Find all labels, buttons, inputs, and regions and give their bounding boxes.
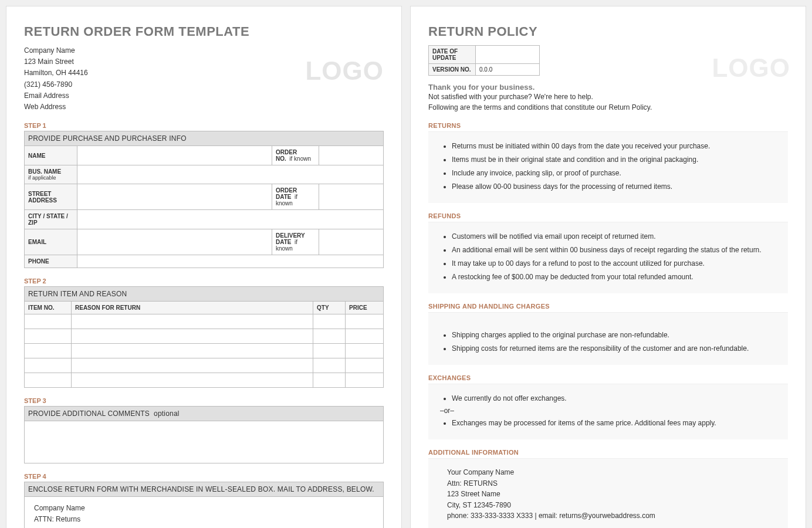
exchanges-or: –or– bbox=[440, 407, 779, 415]
cell-reason[interactable] bbox=[72, 314, 313, 329]
step1-label: STEP 1 bbox=[24, 122, 384, 129]
exchanges-item: We currently do not offer exchanges. bbox=[452, 393, 779, 404]
input-orderdate[interactable] bbox=[319, 184, 384, 210]
label-csz: CITY / STATE / ZIP bbox=[25, 210, 77, 229]
value-version[interactable]: 0.0.0 bbox=[476, 64, 540, 76]
exchanges-item: Exchanges may be processed for items of … bbox=[452, 418, 779, 428]
ship-address-box: Company Name ATTN: Returns 123 Main Stre… bbox=[24, 497, 384, 528]
return-order-form-page: RETURN ORDER FORM TEMPLATE Company Name … bbox=[6, 6, 402, 528]
cell-itemno[interactable] bbox=[25, 314, 72, 329]
col-qty: QTY bbox=[313, 302, 346, 314]
input-phone[interactable] bbox=[77, 255, 384, 268]
step2-table: RETURN ITEM AND REASON ITEM NO. REASON F… bbox=[24, 286, 384, 388]
item-row bbox=[25, 329, 384, 344]
returns-item: Items must be in their original state an… bbox=[452, 154, 779, 165]
add-line: City, ST 12345-7890 bbox=[447, 500, 779, 511]
step1-header: PROVIDE PURCHASE AND PURCHASER INFO bbox=[25, 131, 384, 146]
cell-reason[interactable] bbox=[72, 358, 313, 373]
shipping-item: Shipping charges applied to the original… bbox=[452, 330, 779, 340]
company-name: Company Name bbox=[24, 45, 384, 56]
cell-qty[interactable] bbox=[313, 329, 346, 344]
logo-placeholder: LOGO bbox=[305, 56, 384, 86]
refunds-item: Customers will be notified via email upo… bbox=[452, 231, 779, 242]
exchanges-title: EXCHANGES bbox=[428, 374, 788, 381]
cell-price[interactable] bbox=[346, 344, 384, 358]
cell-itemno[interactable] bbox=[25, 344, 72, 358]
additional-body: Your Company Name Attn: RETURNS 123 Stre… bbox=[428, 458, 788, 528]
refunds-item: A restocking fee of $00.00 may be deduct… bbox=[452, 272, 779, 282]
input-csz[interactable] bbox=[77, 210, 384, 229]
add-line: Your Company Name bbox=[447, 467, 779, 478]
comments-input[interactable] bbox=[24, 421, 384, 463]
returns-item: Returns must be initiated within 00 days… bbox=[452, 141, 779, 151]
label-delivery: DELIVERY DATE if known bbox=[272, 229, 319, 255]
policy-title: RETURN POLICY bbox=[428, 24, 788, 39]
company-web: Web Address bbox=[24, 101, 384, 113]
input-delivery[interactable] bbox=[319, 229, 384, 255]
value-date-update[interactable] bbox=[476, 46, 540, 64]
refunds-title: REFUNDS bbox=[428, 212, 788, 219]
input-name[interactable] bbox=[77, 146, 272, 165]
input-busname[interactable] bbox=[77, 165, 384, 184]
cell-qty[interactable] bbox=[313, 358, 346, 373]
label-version: VERSION NO. bbox=[429, 64, 476, 76]
returns-body: Returns must be initiated within 00 days… bbox=[428, 131, 788, 203]
company-email: Email Address bbox=[24, 90, 384, 101]
cell-itemno[interactable] bbox=[25, 373, 72, 388]
step4-label: STEP 4 bbox=[24, 473, 384, 480]
cell-price[interactable] bbox=[346, 373, 384, 388]
cell-reason[interactable] bbox=[72, 344, 313, 358]
refunds-item: It may take up to 00 days for a refund t… bbox=[452, 258, 779, 269]
thankyou-text: Thank you for your business. bbox=[428, 83, 788, 92]
cell-price[interactable] bbox=[346, 329, 384, 344]
policy-intro-2: Following are the terms and conditions t… bbox=[428, 102, 788, 113]
label-busname: BUS. NAMEif applicable bbox=[25, 165, 77, 184]
refunds-body: Customers will be notified via email upo… bbox=[428, 222, 788, 293]
shipping-title: SHIPPING AND HANDLING CHARGES bbox=[428, 303, 788, 310]
label-orderno: ORDER NO. if known bbox=[272, 146, 319, 165]
step4-header: ENCLOSE RETURN FORM WITH MERCHANDISE IN … bbox=[25, 482, 384, 497]
label-name: NAME bbox=[25, 146, 77, 165]
logo-placeholder: LOGO bbox=[712, 53, 790, 83]
label-email: EMAIL bbox=[25, 229, 77, 255]
cell-qty[interactable] bbox=[313, 314, 346, 329]
returns-item: Include any invoice, packing slip, or pr… bbox=[452, 168, 779, 178]
step4-table: ENCLOSE RETURN FORM WITH MERCHANDISE IN … bbox=[24, 482, 384, 497]
cell-price[interactable] bbox=[346, 358, 384, 373]
col-price: PRICE bbox=[346, 302, 384, 314]
item-row bbox=[25, 344, 384, 358]
add-line: phone: 333-333-3333 X333 | email: return… bbox=[447, 510, 779, 522]
col-reason: REASON FOR RETURN bbox=[72, 302, 313, 314]
cell-price[interactable] bbox=[346, 314, 384, 329]
exchanges-body: We currently do not offer exchanges. –or… bbox=[428, 384, 788, 439]
cell-qty[interactable] bbox=[313, 344, 346, 358]
cell-reason[interactable] bbox=[72, 329, 313, 344]
cell-itemno[interactable] bbox=[25, 358, 72, 373]
step3-label: STEP 3 bbox=[24, 397, 384, 404]
cell-itemno[interactable] bbox=[25, 329, 72, 344]
step3-header: PROVIDE ADDITIONAL COMMENTS optional bbox=[25, 407, 384, 421]
label-phone: PHONE bbox=[25, 255, 77, 268]
label-date-update: DATE OF UPDATE bbox=[429, 46, 476, 64]
label-street: STREET ADDRESS bbox=[25, 184, 77, 210]
add-line: Attn: RETURNS bbox=[447, 478, 779, 489]
ship-attn: ATTN: Returns bbox=[34, 514, 374, 525]
item-row bbox=[25, 314, 384, 329]
page-title: RETURN ORDER FORM TEMPLATE bbox=[24, 24, 384, 39]
step1-table: PROVIDE PURCHASE AND PURCHASER INFO NAME… bbox=[24, 131, 384, 268]
col-itemno: ITEM NO. bbox=[25, 302, 72, 314]
item-row bbox=[25, 358, 384, 373]
policy-meta-table: DATE OF UPDATE VERSION NO.0.0.0 bbox=[428, 45, 540, 76]
ship-company: Company Name bbox=[34, 503, 374, 514]
shipping-body: Shipping charges applied to the original… bbox=[428, 312, 788, 365]
returns-item: Please allow 00-00 business days for the… bbox=[452, 181, 779, 192]
step2-header: RETURN ITEM AND REASON bbox=[25, 287, 384, 302]
input-street[interactable] bbox=[77, 184, 272, 210]
input-email[interactable] bbox=[77, 229, 272, 255]
refunds-item: An additional email will be sent within … bbox=[452, 245, 779, 255]
additional-title: ADDITIONAL INFORMATION bbox=[428, 449, 788, 456]
input-orderno[interactable] bbox=[319, 146, 384, 165]
cell-reason[interactable] bbox=[72, 373, 313, 388]
item-row bbox=[25, 373, 384, 388]
cell-qty[interactable] bbox=[313, 373, 346, 388]
